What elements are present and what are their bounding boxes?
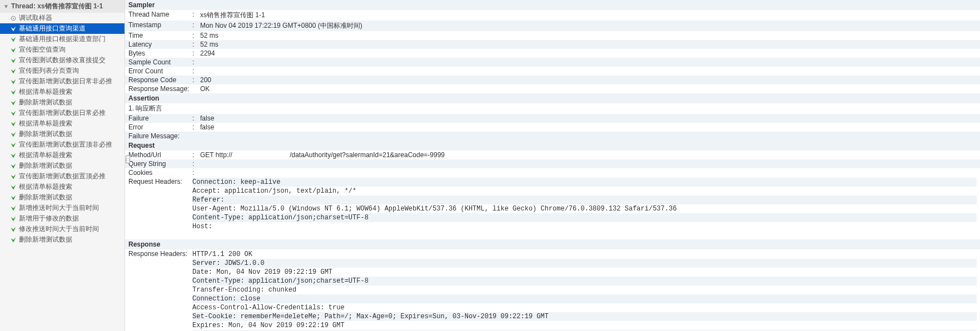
tree-item-2[interactable]: 基础通用接口根据渠道查部门	[0, 34, 125, 44]
tree-item-label: 宣传图测试数据修改直接提交	[19, 56, 106, 65]
tree-item-19[interactable]: 新增用于修改的数据	[0, 213, 125, 224]
tree-item-14[interactable]: 删除新增测试数据	[0, 161, 125, 171]
header-line: Referer:	[192, 195, 977, 204]
field-value: 200	[200, 76, 977, 84]
tree-item-3[interactable]: 宣传图空值查询	[0, 44, 125, 55]
svg-marker-21	[11, 227, 16, 232]
tree-item-17[interactable]: 删除新增测试数据	[0, 192, 125, 203]
tree-item-label: 新增推送时间大于当前时间	[19, 203, 99, 213]
tree-item-1[interactable]: 基础通用接口查询渠道	[0, 23, 125, 34]
header-line: Transfer-Encoding: chunked	[192, 285, 977, 294]
svg-marker-13	[11, 142, 16, 147]
field-label: Sample Count	[128, 58, 192, 66]
tree-item-label: 删除新增测试数据	[19, 98, 72, 107]
header-line: Content-Type: application/json;charset=U…	[192, 277, 977, 285]
field-value	[200, 58, 977, 66]
field-label: Response Message:	[128, 85, 192, 93]
field-row: Error:false	[125, 123, 980, 132]
tree-item-label: 删除新增测试数据	[19, 129, 72, 139]
svg-marker-22	[11, 237, 16, 242]
field-row: Sample Count:	[125, 58, 980, 67]
check-icon	[10, 26, 17, 32]
tree-item-13[interactable]: 根据清单标题搜索	[0, 150, 125, 161]
tree-item-6[interactable]: 宣传图新增测试数据日常非必推	[0, 76, 125, 87]
field-row: Bytes:2294	[125, 49, 980, 58]
cookies-row: Cookies :	[125, 168, 980, 177]
check-icon	[10, 215, 17, 222]
field-value: 52 ms	[200, 41, 977, 48]
tree-item-0[interactable]: 调试取样器	[0, 13, 125, 23]
svg-marker-19	[11, 205, 16, 210]
field-row: Failure Message:	[125, 132, 980, 141]
field-label: Failure	[128, 114, 192, 122]
field-label: Bytes	[128, 49, 192, 57]
tree-item-label: 新增用于修改的数据	[19, 214, 79, 223]
check-icon	[10, 226, 17, 233]
sidebar-tree: ▼ Thread: xs销售推荐宣传图 1-1 调试取样器基础通用接口查询渠道基…	[0, 0, 125, 331]
header-line: Date: Mon, 04 Nov 2019 09:22:19 GMT	[192, 268, 977, 277]
tree-item-label: 宣传图空值查询	[19, 45, 66, 54]
svg-marker-8	[11, 89, 16, 94]
resp-headers-label: Response Headers:	[128, 250, 192, 331]
field-row: Response Code:200	[125, 76, 980, 84]
check-icon	[10, 78, 17, 85]
check-icon	[10, 205, 17, 212]
field-label: Thread Name	[128, 11, 192, 20]
svg-marker-7	[11, 79, 16, 84]
splitter-handle[interactable]: □	[126, 156, 130, 163]
svg-marker-5	[11, 58, 16, 63]
check-icon	[10, 99, 17, 106]
field-value: Mon Nov 04 2019 17:22:19 GMT+0800 (中国标准时…	[200, 21, 977, 31]
tree-item-4[interactable]: 宣传图测试数据修改直接提交	[0, 55, 125, 66]
check-icon	[10, 89, 17, 96]
tree-item-20[interactable]: 修改推送时间大于当前时间	[0, 224, 125, 234]
details-panel: Sampler Thread Name:xs销售推荐宣传图 1-1Timesta…	[125, 0, 980, 331]
tree-item-21[interactable]: 删除新增测试数据	[0, 234, 125, 245]
request-heading: Request	[125, 141, 980, 151]
method-value: GET http:// /dataAuthority/get?salermanI…	[200, 151, 977, 159]
field-row: Failure:false	[125, 114, 980, 123]
check-icon	[10, 142, 17, 148]
method-label: Method/Url	[128, 151, 192, 159]
tree-item-label: 根据清单标题搜索	[19, 119, 72, 128]
gear-icon	[10, 15, 17, 22]
header-line: Server: JDWS/1.0.0	[192, 259, 977, 268]
tree-item-label: 调试取样器	[19, 13, 52, 23]
field-value: 52 ms	[200, 32, 977, 39]
tree-item-18[interactable]: 新增推送时间大于当前时间	[0, 203, 125, 213]
field-row: Thread Name:xs销售推荐宣传图 1-1	[125, 10, 980, 21]
field-label: Error	[128, 123, 192, 131]
check-icon	[10, 173, 17, 180]
tree-item-15[interactable]: 宣传图新增测试数据置顶必推	[0, 171, 125, 182]
assertion-name-row: 1. 响应断言	[125, 103, 980, 114]
thread-header[interactable]: ▼ Thread: xs销售推荐宣传图 1-1	[0, 0, 125, 13]
check-icon	[10, 163, 17, 169]
collapse-triangle-icon[interactable]: ▼	[3, 3, 9, 9]
tree-item-16[interactable]: 根据清单标题搜索	[0, 182, 125, 192]
response-headers-block: Response Headers: HTTP/1.1 200 OKServer:…	[125, 249, 980, 331]
svg-marker-11	[11, 121, 16, 126]
svg-marker-15	[11, 163, 16, 168]
svg-marker-18	[11, 195, 16, 200]
svg-marker-4	[11, 47, 16, 52]
tree-item-7[interactable]: 根据清单标题搜索	[0, 87, 125, 97]
tree-item-5[interactable]: 宣传图列表分页查询	[0, 66, 125, 76]
tree-item-label: 宣传图新增测试数据日常必推	[19, 108, 106, 118]
tree-item-8[interactable]: 删除新增测试数据	[0, 97, 125, 108]
check-icon	[10, 47, 17, 53]
tree-item-12[interactable]: 宣传图新增测试数据置顶非必推	[0, 139, 125, 150]
field-value: OK	[200, 85, 977, 93]
check-icon	[10, 68, 17, 74]
field-value: xs销售推荐宣传图 1-1	[200, 11, 977, 20]
field-value	[200, 67, 977, 75]
tree-item-label: 根据清单标题搜索	[19, 87, 72, 97]
svg-marker-9	[11, 100, 16, 105]
tree-item-label: 宣传图新增测试数据置顶必推	[19, 172, 106, 181]
svg-marker-2	[11, 26, 16, 31]
response-heading: Response	[125, 239, 980, 249]
header-line: Connection: close	[192, 294, 977, 303]
tree-item-11[interactable]: 删除新增测试数据	[0, 129, 125, 139]
tree-item-9[interactable]: 宣传图新增测试数据日常必推	[0, 108, 125, 118]
tree-item-10[interactable]: 根据清单标题搜索	[0, 118, 125, 129]
svg-marker-3	[11, 37, 16, 42]
